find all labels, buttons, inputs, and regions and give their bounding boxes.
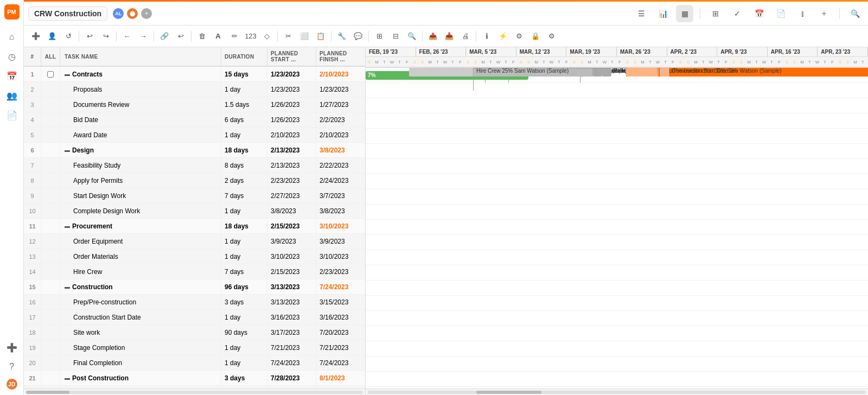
tb-filter2-icon[interactable]: ⚡ bbox=[495, 29, 510, 44]
table-row[interactable]: 9 Start Design Work 7 days 2/27/2023 3/7… bbox=[24, 188, 365, 203]
table-row[interactable]: 1 ▬Contracts 15 days 1/23/2023 2/10/2023 bbox=[24, 67, 365, 82]
table-row[interactable]: 14 Hire Crew 7 days 2/15/2023 2/23/2023 bbox=[24, 264, 365, 279]
row-checkbox[interactable] bbox=[41, 67, 60, 81]
search-icon[interactable]: 🔍 bbox=[846, 5, 864, 22]
nav-activity-icon[interactable]: ◷ bbox=[3, 48, 21, 65]
table-row[interactable]: 19 Stage Completion 1 day 7/21/2023 7/21… bbox=[24, 340, 365, 355]
row-checkbox[interactable] bbox=[41, 143, 60, 157]
tb-refresh-icon[interactable]: ↺ bbox=[61, 29, 76, 44]
table-row[interactable]: 2 Proposals 1 day 1/23/2023 1/23/2023 bbox=[24, 82, 365, 97]
tb-add-icon[interactable]: ➕ bbox=[28, 29, 43, 44]
tb-redo-icon[interactable]: ↪ bbox=[98, 29, 113, 44]
gantt-scrollbar-thumb[interactable] bbox=[476, 391, 541, 394]
gantt-scrollbar-track[interactable] bbox=[368, 391, 866, 394]
table-row[interactable]: 5 Award Date 1 day 2/10/2023 2/10/2023 bbox=[24, 128, 365, 143]
tb-delete-icon[interactable]: 🗑 bbox=[194, 29, 209, 44]
row-checkbox[interactable] bbox=[41, 158, 60, 173]
view-doc-icon[interactable]: 📄 bbox=[772, 5, 789, 22]
tb-unlink-icon[interactable]: ↩ bbox=[173, 29, 188, 44]
tb-copy-icon[interactable]: ⬜ bbox=[297, 29, 312, 44]
tb-zoom-icon[interactable]: 🔍 bbox=[404, 29, 419, 44]
col-header-all[interactable]: ALL bbox=[41, 47, 60, 66]
tb-font-icon[interactable]: A bbox=[210, 29, 226, 44]
nav-add-icon[interactable]: ➕ bbox=[3, 339, 21, 356]
tb-filter-icon[interactable]: ⚙ bbox=[512, 29, 527, 44]
tb-link-icon[interactable]: 🔗 bbox=[157, 29, 172, 44]
tb-paste-icon[interactable]: 📋 bbox=[313, 29, 328, 44]
tb-cut-icon[interactable]: ✂ bbox=[280, 29, 296, 44]
table-row[interactable]: 17 Construction Start Date 1 day 3/16/20… bbox=[24, 310, 365, 325]
table-row[interactable]: 4 Bid Date 6 days 1/26/2023 2/2/2023 bbox=[24, 112, 365, 128]
row-checkbox[interactable] bbox=[41, 355, 60, 370]
tb-settings-icon[interactable]: ⚙ bbox=[544, 29, 559, 44]
tb-grid-icon[interactable]: ⊟ bbox=[388, 29, 403, 44]
project-title[interactable]: CRW Construction bbox=[28, 7, 107, 21]
group-collapse-icon[interactable]: ▬ bbox=[65, 223, 70, 229]
table-row[interactable]: 8 Apply for Permits 2 days 2/23/2023 2/2… bbox=[24, 173, 365, 188]
group-collapse-icon[interactable]: ▬ bbox=[65, 284, 70, 290]
table-row[interactable]: 20 Final Completion 1 day 7/24/2023 7/24… bbox=[24, 355, 365, 371]
nav-docs-icon[interactable]: 📄 bbox=[3, 106, 21, 124]
view-cal-icon[interactable]: 📅 bbox=[750, 5, 768, 22]
group-collapse-icon[interactable]: ▬ bbox=[65, 375, 70, 381]
row-checkbox[interactable] bbox=[41, 234, 60, 249]
tb-user-icon[interactable]: 👤 bbox=[44, 29, 60, 44]
tb-lock-icon[interactable]: 🔒 bbox=[528, 29, 543, 44]
view-col-icon[interactable]: ⫿ bbox=[794, 5, 811, 22]
row-checkbox[interactable] bbox=[41, 325, 60, 340]
row-checkbox[interactable] bbox=[41, 97, 60, 112]
row-checkbox[interactable] bbox=[41, 219, 60, 233]
gantt-horizontal-scrollbar[interactable] bbox=[366, 388, 868, 395]
view-grid-icon[interactable]: ⊞ bbox=[707, 5, 724, 22]
row-checkbox[interactable] bbox=[41, 173, 60, 188]
tb-pen-icon[interactable]: ✏ bbox=[227, 29, 242, 44]
nav-home-icon[interactable]: ⌂ bbox=[3, 28, 21, 46]
scrollbar-thumb[interactable] bbox=[26, 391, 69, 394]
row-checkbox[interactable] bbox=[41, 371, 60, 385]
view-list-icon[interactable]: ☰ bbox=[633, 5, 650, 22]
row-checkbox[interactable] bbox=[41, 264, 60, 279]
view-check-icon[interactable]: ✓ bbox=[729, 5, 746, 22]
tb-num-icon[interactable]: 123 bbox=[243, 29, 258, 44]
tb-info-icon[interactable]: ℹ bbox=[479, 29, 494, 44]
row-checkbox[interactable] bbox=[41, 295, 60, 309]
view-chart-icon[interactable]: 📊 bbox=[654, 5, 672, 22]
tb-print-icon[interactable]: 🖨 bbox=[458, 29, 473, 44]
tb-comment-icon[interactable]: 💬 bbox=[350, 29, 366, 44]
row-checkbox[interactable] bbox=[41, 82, 60, 97]
tb-indent-left-icon[interactable]: ← bbox=[119, 29, 135, 44]
group-collapse-icon[interactable]: ▬ bbox=[65, 71, 70, 77]
tb-table-icon[interactable]: ⊞ bbox=[372, 29, 387, 44]
row-checkbox[interactable] bbox=[41, 340, 60, 355]
table-row[interactable]: 10 Complete Design Work 1 day 3/8/2023 3… bbox=[24, 203, 365, 219]
table-row[interactable]: 6 ▬Design 18 days 2/13/2023 3/8/2023 bbox=[24, 143, 365, 158]
row-checkbox[interactable] bbox=[41, 310, 60, 324]
tb-wrench-icon[interactable]: 🔧 bbox=[334, 29, 349, 44]
row-checkbox[interactable] bbox=[41, 279, 60, 294]
tb-import-icon[interactable]: 📥 bbox=[442, 29, 457, 44]
pm-logo[interactable]: PM bbox=[4, 4, 20, 20]
table-row[interactable]: 15 ▬Construction 96 days 3/13/2023 7/24/… bbox=[24, 279, 365, 295]
row-checkbox[interactable] bbox=[41, 203, 60, 218]
row-checkbox[interactable] bbox=[41, 188, 60, 203]
tb-indent-right-icon[interactable]: → bbox=[136, 29, 151, 44]
table-row[interactable]: 3 Documents Review 1.5 days 1/26/2023 1/… bbox=[24, 97, 365, 112]
tb-export-icon[interactable]: 📤 bbox=[425, 29, 441, 44]
nav-users-icon[interactable]: 👥 bbox=[3, 87, 21, 104]
table-row[interactable]: 16 Prep/Pre-construction 3 days 3/13/202… bbox=[24, 295, 365, 310]
row-checkbox[interactable] bbox=[41, 112, 60, 127]
group-collapse-icon[interactable]: ▬ bbox=[65, 147, 70, 153]
table-row[interactable]: 12 Order Equipment 1 day 3/9/2023 3/9/20… bbox=[24, 234, 365, 249]
table-row[interactable]: 7 Feasibility Study 8 days 2/13/2023 2/2… bbox=[24, 158, 365, 173]
view-add-icon[interactable]: ＋ bbox=[815, 5, 833, 22]
nav-help-icon[interactable]: ? bbox=[3, 358, 21, 375]
table-row[interactable]: 18 Site work 90 days 3/17/2023 7/20/2023 bbox=[24, 325, 365, 340]
table-row[interactable]: 13 Order Materials 1 day 3/10/2023 3/10/… bbox=[24, 249, 365, 264]
horizontal-scrollbar[interactable] bbox=[24, 388, 365, 395]
tb-diamond-icon[interactable]: ◇ bbox=[259, 29, 275, 44]
nav-calendar-icon[interactable]: 📅 bbox=[3, 67, 21, 85]
view-gantt-icon[interactable]: ▦ bbox=[676, 5, 693, 22]
table-row[interactable]: 21 ▬Post Construction 3 days 7/28/2023 8… bbox=[24, 371, 365, 386]
row-checkbox[interactable] bbox=[41, 128, 60, 142]
row-checkbox[interactable] bbox=[41, 249, 60, 264]
